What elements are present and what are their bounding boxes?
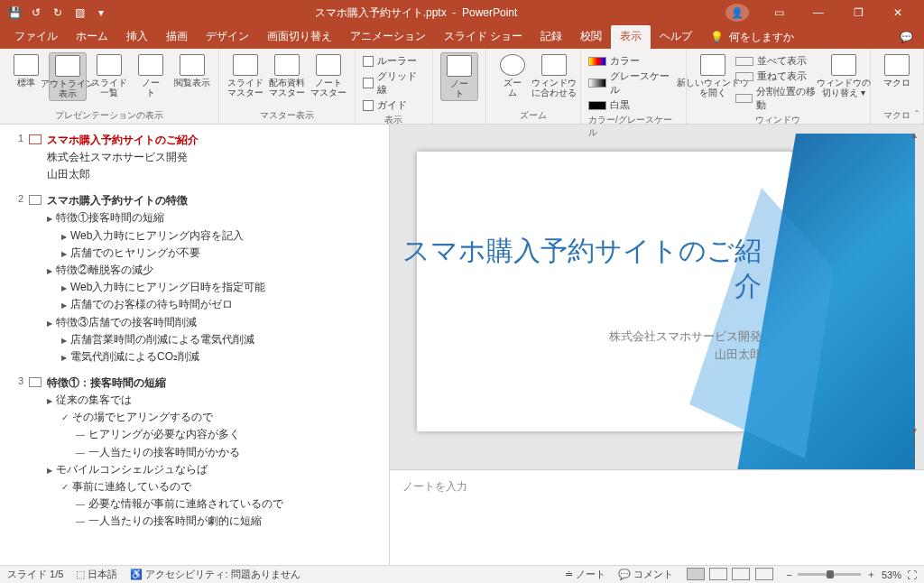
- notes-toggle[interactable]: ≐ ノート: [565, 568, 605, 581]
- tab-draw[interactable]: 描画: [157, 25, 197, 49]
- guides-checkbox[interactable]: ガイド: [363, 98, 425, 112]
- qat-dropdown-icon[interactable]: ▾: [94, 6, 108, 19]
- outline-text[interactable]: 店舗営業時間の削減による電気代削減: [47, 331, 378, 348]
- group-zoom: ズー ム ウィンドウ に合わせる ズーム: [486, 49, 581, 124]
- tab-design[interactable]: デザイン: [197, 25, 258, 49]
- reading-view-icon[interactable]: [732, 568, 750, 580]
- share-icon[interactable]: 💬: [888, 25, 924, 49]
- outline-text[interactable]: 特徴③店舗での接客時間削減: [47, 314, 378, 331]
- grayscale-button[interactable]: グレースケール: [588, 69, 679, 97]
- tab-transitions[interactable]: 画面切り替え: [258, 25, 341, 49]
- outline-text[interactable]: 電気代削減によるCO₂削減: [47, 348, 378, 366]
- macros-button[interactable]: マクロ: [878, 52, 916, 89]
- slide-subtitle-text[interactable]: 株式会社スマホサービス開発 山田太郎: [491, 328, 762, 363]
- zoom-percent[interactable]: 53%: [882, 569, 901, 580]
- slide-title[interactable]: スマホ購入予約サイトのご紹介: [47, 133, 199, 148]
- normal-view-button[interactable]: 標準: [7, 52, 45, 89]
- zoom-in-icon[interactable]: ＋: [866, 568, 876, 581]
- undo-icon[interactable]: ↺: [29, 6, 43, 19]
- normal-view-icon[interactable]: [687, 568, 705, 580]
- outline-text[interactable]: 特徴①接客時間の短縮: [47, 209, 378, 227]
- tab-record[interactable]: 記録: [531, 25, 571, 49]
- switch-windows-button[interactable]: ウィンドウの 切り替え ▾: [825, 52, 863, 99]
- close-icon[interactable]: ✕: [881, 6, 915, 19]
- reading-view-button[interactable]: 閲覧表示: [173, 52, 211, 89]
- outline-slide-3[interactable]: 3 特徴①：接客時間の短縮: [11, 375, 378, 392]
- accessibility-status[interactable]: ♿ アクセシビリティ: 問題ありません: [130, 568, 300, 581]
- tab-review[interactable]: 校閲: [571, 25, 611, 49]
- tab-insert[interactable]: 挿入: [117, 25, 157, 49]
- zoom-slider[interactable]: [798, 573, 861, 576]
- ribbon-display-icon[interactable]: ▭: [762, 6, 796, 19]
- slide-title[interactable]: 特徴①：接客時間の短縮: [47, 375, 166, 391]
- notes-pane-button[interactable]: ノー ト: [440, 52, 478, 101]
- tab-animations[interactable]: アニメーション: [341, 25, 435, 49]
- outline-slide-2[interactable]: 2 スマホ購入予約サイトの特徴: [11, 192, 378, 209]
- account-icon[interactable]: 👤: [725, 4, 749, 22]
- tell-me[interactable]: 💡 何をしますか: [701, 25, 803, 49]
- tab-help[interactable]: ヘルプ: [651, 25, 701, 49]
- handout-master-button[interactable]: 配布資料 マスター: [268, 52, 306, 99]
- notes-master-button[interactable]: ノート マスター: [310, 52, 347, 99]
- slide-counter[interactable]: スライド 1/5: [7, 568, 63, 581]
- outline-text[interactable]: Web入力時にヒアリング日時を指定可能: [47, 279, 378, 296]
- tab-view[interactable]: 表示: [611, 25, 651, 49]
- fit-to-window-icon[interactable]: ⛶: [907, 569, 917, 580]
- outline-view-button[interactable]: アウトライン 表示: [49, 52, 87, 101]
- outline-text[interactable]: ヒアリングが必要な内容が多く: [47, 426, 378, 443]
- slide[interactable]: スマホ購入予約サイトのご紹介 株式会社スマホサービス開発 山田太郎: [417, 152, 888, 431]
- outline-text[interactable]: 一人当たりの接客時間が劇的に短縮: [47, 513, 378, 530]
- outline-text[interactable]: Web入力時にヒアリング内容を記入: [47, 227, 378, 245]
- outline-pane[interactable]: 1 スマホ購入予約サイトのご紹介 株式会社スマホサービス開発 山田太郎 2 スマ…: [0, 125, 390, 565]
- slide-title[interactable]: スマホ購入予約サイトの特徴: [47, 193, 188, 208]
- outline-text[interactable]: 事前に連絡しているので: [47, 478, 378, 495]
- ruler-checkbox[interactable]: ルーラー: [363, 54, 425, 68]
- slide-title-text[interactable]: スマホ購入予約サイトのご紹介: [390, 233, 762, 303]
- collapse-ribbon-icon[interactable]: ˆ: [915, 109, 919, 120]
- tab-home[interactable]: ホーム: [67, 25, 117, 49]
- outline-text[interactable]: 山田太郎: [47, 166, 378, 183]
- cascade-button[interactable]: 重ねて表示: [735, 69, 821, 83]
- prev-slide-icon[interactable]: ⭱: [910, 439, 919, 451]
- scroll-down-icon[interactable]: ▼: [910, 426, 919, 439]
- zoom-button[interactable]: ズー ム: [494, 52, 531, 99]
- outline-slide-1[interactable]: 1 スマホ購入予約サイトのご紹介: [11, 132, 378, 149]
- new-window-button[interactable]: 新しいウィンドウ を開く: [694, 52, 732, 99]
- minimize-icon[interactable]: —: [801, 6, 836, 19]
- zoom-control[interactable]: − ＋ 53% ⛶: [787, 568, 917, 581]
- outline-text[interactable]: 特徴②離脱客の減少: [47, 262, 378, 279]
- notes-page-button[interactable]: ノー ト: [132, 52, 170, 99]
- color-button[interactable]: カラー: [588, 54, 679, 68]
- outline-text[interactable]: モバイルコンシェルジュならば: [47, 461, 378, 478]
- outline-text[interactable]: 店舗でのヒヤリングが不要: [47, 245, 378, 262]
- from-beginning-icon[interactable]: ▧: [72, 6, 87, 19]
- next-slide-icon[interactable]: ⭳: [910, 451, 919, 464]
- zoom-out-icon[interactable]: −: [787, 569, 792, 580]
- outline-text[interactable]: 必要な情報が事前に連絡されているので: [47, 495, 378, 513]
- slide-master-button[interactable]: スライド マスター: [226, 52, 264, 99]
- save-icon[interactable]: 💾: [7, 6, 22, 19]
- language-indicator[interactable]: ⬚ 日本語: [76, 568, 117, 581]
- gridlines-checkbox[interactable]: グリッド線: [363, 69, 425, 97]
- black-white-button[interactable]: 白黒: [588, 98, 679, 112]
- outline-text[interactable]: 従来の集客では: [47, 392, 378, 409]
- fit-window-button[interactable]: ウィンドウ に合わせる: [535, 52, 573, 99]
- outline-text[interactable]: 株式会社スマホサービス開発: [47, 149, 378, 166]
- slide-sorter-button[interactable]: スライド 一覧: [90, 52, 128, 99]
- arrange-all-button[interactable]: 並べて表示: [735, 54, 821, 68]
- vertical-scrollbar[interactable]: ▲ ▼ ⭱ ⭳: [908, 130, 920, 464]
- comments-toggle[interactable]: 💬 コメント: [618, 568, 673, 581]
- outline-text[interactable]: 店舗でのお客様の待ち時間がゼロ: [47, 296, 378, 313]
- restore-icon[interactable]: ❐: [841, 6, 875, 19]
- outline-text[interactable]: 一人当たりの接客時間がかかる: [47, 444, 378, 461]
- slideshow-view-icon[interactable]: [755, 568, 773, 580]
- tab-slideshow[interactable]: スライド ショー: [435, 25, 531, 49]
- outline-text[interactable]: その場でヒアリングするので: [47, 409, 378, 426]
- sorter-view-icon[interactable]: [709, 568, 727, 580]
- move-split-button[interactable]: 分割位置の移動: [735, 85, 821, 112]
- redo-icon[interactable]: ↻: [51, 6, 65, 19]
- scroll-up-icon[interactable]: ▲: [910, 130, 919, 143]
- tab-file[interactable]: ファイル: [5, 25, 67, 49]
- slide-canvas-area[interactable]: スマホ購入予約サイトのご紹介 株式会社スマホサービス開発 山田太郎 ▲ ▼ ⭱ …: [390, 125, 924, 469]
- notes-pane[interactable]: ノートを入力: [390, 469, 924, 565]
